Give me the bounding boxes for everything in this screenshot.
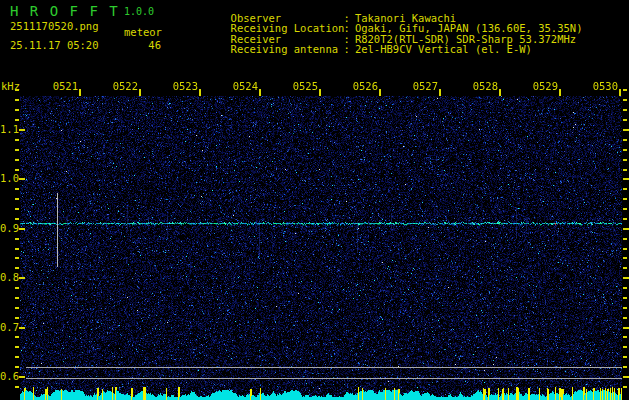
time-label: 0528 [454, 81, 498, 92]
freq-minor-tick-right [623, 257, 627, 259]
freq-major-tick-left [19, 178, 25, 180]
freq-minor-tick-left [15, 198, 19, 200]
freq-label: 0.7 [0, 322, 19, 333]
freq-label: 0.8 [0, 272, 19, 283]
freq-minor-tick-right [623, 346, 627, 348]
time-label: 0526 [334, 81, 378, 92]
filename-label: 2511170520.png [10, 21, 99, 32]
time-minute-tick [259, 89, 261, 96]
freq-minor-tick-left [15, 159, 19, 161]
freq-minor-tick-right [623, 159, 627, 161]
time-minute-tick [499, 89, 501, 96]
station-info-table: Observer:Takanori Kawachi Receiving Loca… [180, 2, 582, 44]
spectrogram-canvas [20, 96, 622, 400]
freq-major-tick-right [623, 327, 629, 329]
info-value: 2el-HB9CV Vertical (el. E-W) [355, 43, 532, 55]
freq-minor-tick-left [15, 188, 19, 190]
time-label: 0527 [394, 81, 438, 92]
freq-minor-tick-right [623, 89, 627, 91]
freq-major-tick-right [623, 178, 629, 180]
freq-minor-tick-left [15, 218, 19, 220]
freq-minor-tick-right [623, 366, 627, 368]
freq-minor-tick-left [15, 346, 19, 348]
freq-minor-tick-left [15, 336, 19, 338]
freq-minor-tick-left [15, 109, 19, 111]
datetime-label: 25.11.17 05:20 [10, 40, 99, 51]
freq-minor-tick-right [623, 99, 627, 101]
time-label: 0521 [34, 81, 78, 92]
freq-minor-tick-right [623, 109, 627, 111]
freq-minor-tick-left [15, 356, 19, 358]
freq-minor-tick-right [623, 386, 627, 388]
freq-major-tick-left [19, 376, 25, 378]
hrofft-screen: H R O F F T 1.0.0 2511170520.png meteor … [0, 0, 629, 400]
info-colon: : [344, 43, 350, 55]
freq-minor-tick-right [623, 287, 627, 289]
time-label: 0529 [514, 81, 558, 92]
freq-minor-tick-right [623, 248, 627, 250]
freq-minor-tick-right [623, 356, 627, 358]
freq-minor-tick-right [623, 188, 627, 190]
freq-minor-tick-right [623, 297, 627, 299]
freq-label: 1.0 [0, 173, 19, 184]
freq-minor-tick-left [15, 139, 19, 141]
freq-minor-tick-left [15, 248, 19, 250]
freq-minor-tick-right [623, 218, 627, 220]
freq-minor-tick-left [15, 257, 19, 259]
echo-count-label: 46 [124, 40, 161, 51]
freq-minor-tick-left [15, 386, 19, 388]
freq-minor-tick-left [15, 267, 19, 269]
freq-label: 0.9 [0, 223, 19, 234]
app-title: H R O F F T [10, 3, 119, 19]
time-minute-tick [559, 89, 561, 96]
time-label: 0525 [274, 81, 318, 92]
time-label: 0522 [94, 81, 138, 92]
time-minute-tick [199, 89, 201, 96]
freq-minor-tick-left [15, 287, 19, 289]
freq-minor-tick-left [15, 89, 19, 91]
info-row-observer: Observer:Takanori Kawachi [180, 2, 582, 13]
freq-minor-tick-left [15, 366, 19, 368]
freq-minor-tick-left [15, 208, 19, 210]
freq-minor-tick-right [623, 238, 627, 240]
time-minute-tick [439, 89, 441, 96]
info-label: Receiving antenna [231, 44, 344, 55]
freq-minor-tick-right [623, 317, 627, 319]
freq-label: 0.6 [0, 371, 19, 382]
freq-major-tick-right [623, 228, 629, 230]
time-minute-tick [79, 89, 81, 96]
freq-minor-tick-right [623, 307, 627, 309]
freq-minor-tick-right [623, 336, 627, 338]
freq-minor-tick-left [15, 169, 19, 171]
freq-minor-tick-right [623, 169, 627, 171]
freq-major-tick-left [19, 129, 25, 131]
time-minute-tick [619, 89, 621, 96]
freq-minor-tick-right [623, 208, 627, 210]
freq-minor-tick-right [623, 198, 627, 200]
time-minute-tick [319, 89, 321, 96]
time-label: 0530 [574, 81, 618, 92]
freq-minor-tick-right [623, 267, 627, 269]
time-minute-tick [379, 89, 381, 96]
freq-major-tick-left [19, 277, 25, 279]
time-label: 0523 [154, 81, 198, 92]
freq-label: 1.1 [0, 124, 19, 135]
freq-major-tick-left [19, 327, 25, 329]
observation-mode-label: meteor [124, 27, 162, 38]
freq-minor-tick-left [15, 119, 19, 121]
freq-major-tick-right [623, 277, 629, 279]
freq-minor-tick-left [15, 297, 19, 299]
freq-major-tick-right [623, 129, 629, 131]
freq-minor-tick-left [15, 238, 19, 240]
freq-minor-tick-left [15, 317, 19, 319]
freq-minor-tick-left [15, 99, 19, 101]
freq-major-tick-left [19, 228, 25, 230]
freq-minor-tick-right [623, 119, 627, 121]
info-label: Receiving Location [231, 23, 344, 34]
freq-minor-tick-right [623, 139, 627, 141]
time-label: 0524 [214, 81, 258, 92]
freq-minor-tick-right [623, 149, 627, 151]
freq-minor-tick-left [15, 307, 19, 309]
freq-major-tick-right [623, 376, 629, 378]
time-minute-tick [139, 89, 141, 96]
